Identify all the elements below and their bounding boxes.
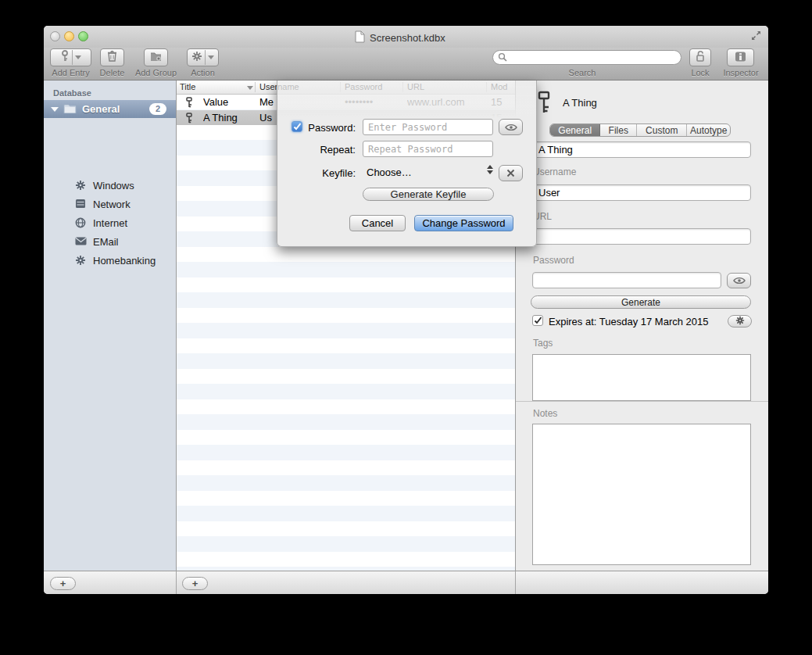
- add-group-button[interactable]: [144, 48, 168, 66]
- minimize-button[interactable]: [64, 31, 74, 41]
- search-label: Search: [563, 68, 602, 77]
- action-button[interactable]: [187, 48, 219, 66]
- inspector-panel: A Thing General Files Custom Autotype Us…: [515, 81, 768, 571]
- add-group-footer-button[interactable]: +: [50, 577, 76, 590]
- bottom-bar: + +: [44, 571, 768, 594]
- tab-autotype[interactable]: Autotype: [687, 124, 730, 136]
- sort-descending-icon: [247, 86, 253, 90]
- lock-button[interactable]: [689, 48, 711, 66]
- key-icon: [185, 97, 193, 110]
- envelope-icon: [75, 236, 87, 248]
- gear-icon: [735, 316, 745, 328]
- action-label: Action: [185, 68, 220, 77]
- password-field[interactable]: [532, 272, 721, 288]
- dialog-reveal-password-button[interactable]: [499, 119, 523, 135]
- expires-checkbox[interactable]: [532, 315, 543, 326]
- clear-keyfile-button[interactable]: [499, 165, 523, 181]
- username-label: Username: [533, 166, 576, 177]
- add-group-label: Add Group: [132, 68, 180, 77]
- keyfile-popup[interactable]: Choose…: [367, 166, 412, 178]
- gear-icon: [191, 51, 202, 65]
- tags-label: Tags: [533, 338, 553, 349]
- dialog-repeat-input[interactable]: [363, 141, 493, 157]
- dialog-password-input[interactable]: [363, 119, 493, 135]
- inspector-tabs: General Files Custom Autotype: [549, 123, 731, 137]
- sidebar-item-network[interactable]: Network: [44, 195, 176, 213]
- dialog-keyfile-label: Keyfile:: [290, 167, 356, 179]
- document-icon: [355, 30, 365, 45]
- stepper-arrows-icon[interactable]: [487, 165, 493, 174]
- sidebar-group-general[interactable]: General 2: [44, 100, 176, 118]
- dialog-password-label: Password:: [290, 122, 356, 134]
- sidebar-header: Database: [53, 88, 91, 98]
- group-count-badge: 2: [149, 103, 166, 115]
- notes-textarea[interactable]: [532, 424, 751, 565]
- expires-settings-button[interactable]: [728, 315, 752, 328]
- search-icon: [498, 51, 507, 65]
- sidebar-item-homebanking[interactable]: Homebanking: [44, 251, 176, 270]
- sidebar-table-divider[interactable]: [176, 81, 177, 571]
- title-field[interactable]: [532, 141, 751, 158]
- add-entry-label: Add Entry: [50, 68, 91, 77]
- tags-textarea[interactable]: [532, 354, 751, 401]
- disclosure-triangle-icon[interactable]: [51, 107, 59, 112]
- main-window: Screenshot.kdbx: [44, 26, 768, 594]
- inspector-label: Inspector: [719, 68, 763, 77]
- dialog-repeat-label: Repeat:: [290, 144, 356, 156]
- inspector-button[interactable]: [727, 48, 754, 66]
- info-icon: [735, 51, 746, 65]
- eye-icon: [733, 274, 746, 288]
- gear-icon: [75, 255, 87, 267]
- folder-plus-icon: [150, 51, 162, 65]
- trash-icon: [107, 50, 117, 65]
- sidebar: Database General 2 Windows Network I: [44, 81, 176, 571]
- chevron-down-icon: [75, 55, 81, 59]
- change-password-dialog: Password: Repeat: Keyfile: Choose… Gener…: [277, 81, 537, 247]
- eye-icon: [505, 120, 517, 134]
- generate-password-button[interactable]: Generate: [531, 295, 751, 309]
- globe-icon: [75, 217, 87, 229]
- key-icon: [60, 50, 70, 65]
- section-divider: [515, 401, 768, 402]
- title-bar[interactable]: Screenshot.kdbx: [44, 26, 768, 48]
- tab-files[interactable]: Files: [600, 124, 637, 136]
- generate-keyfile-button[interactable]: Generate Keyfile: [363, 188, 494, 201]
- column-header-title[interactable]: Title: [180, 82, 195, 91]
- gear-icon: [75, 180, 87, 191]
- delete-button[interactable]: [100, 48, 124, 66]
- tab-custom[interactable]: Custom: [637, 124, 687, 136]
- sidebar-item-windows[interactable]: Windows: [44, 176, 176, 195]
- search-field[interactable]: [492, 50, 681, 65]
- cancel-button[interactable]: Cancel: [349, 215, 406, 231]
- add-entry-button[interactable]: [50, 48, 91, 66]
- add-entry-footer-button[interactable]: +: [182, 577, 208, 590]
- window-title: Screenshot.kdbx: [355, 31, 445, 44]
- key-icon: [536, 91, 552, 117]
- notes-label: Notes: [533, 408, 557, 419]
- unlock-icon: [695, 50, 706, 66]
- search-input[interactable]: [507, 52, 671, 63]
- close-button[interactable]: [50, 31, 60, 41]
- sidebar-group-label: General: [82, 103, 120, 115]
- tab-general[interactable]: General: [550, 124, 600, 136]
- fullscreen-icon[interactable]: [750, 30, 762, 45]
- reveal-password-button[interactable]: [727, 273, 751, 288]
- sidebar-item-internet[interactable]: Internet: [44, 213, 176, 232]
- lock-label: Lock: [688, 68, 713, 77]
- change-password-button[interactable]: Change Password: [414, 215, 513, 231]
- sidebar-item-email[interactable]: EMail: [44, 232, 176, 251]
- url-field[interactable]: [532, 228, 751, 245]
- close-x-icon: [506, 166, 515, 181]
- password-label: Password: [533, 255, 574, 266]
- server-icon: [75, 199, 87, 210]
- key-icon: [185, 113, 193, 126]
- zoom-button[interactable]: [78, 31, 88, 41]
- expires-label: Expires at: Tuesday 17 March 2015: [549, 316, 709, 328]
- folder-icon: [63, 102, 77, 116]
- username-field[interactable]: [532, 184, 751, 201]
- chevron-down-icon: [208, 55, 214, 59]
- delete-label: Delete: [95, 68, 129, 77]
- inspector-entry-title: A Thing: [563, 97, 597, 109]
